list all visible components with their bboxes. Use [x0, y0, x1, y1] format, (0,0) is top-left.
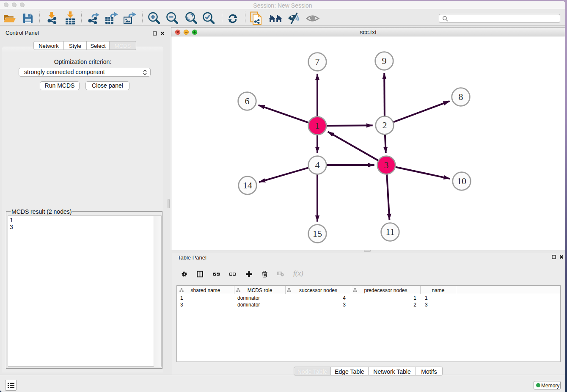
svg-text:8: 8	[459, 91, 463, 102]
svg-text:1: 1	[315, 120, 320, 131]
svg-text:14: 14	[243, 180, 252, 190]
svg-text:7: 7	[315, 56, 320, 67]
svg-text:9: 9	[382, 55, 387, 66]
svg-text:2: 2	[383, 120, 387, 130]
svg-text:11: 11	[385, 226, 394, 237]
svg-text:6: 6	[245, 96, 250, 106]
svg-text:4: 4	[315, 160, 320, 170]
svg-text:3: 3	[384, 160, 389, 170]
svg-text:10: 10	[457, 176, 466, 186]
svg-text:15: 15	[313, 228, 322, 239]
